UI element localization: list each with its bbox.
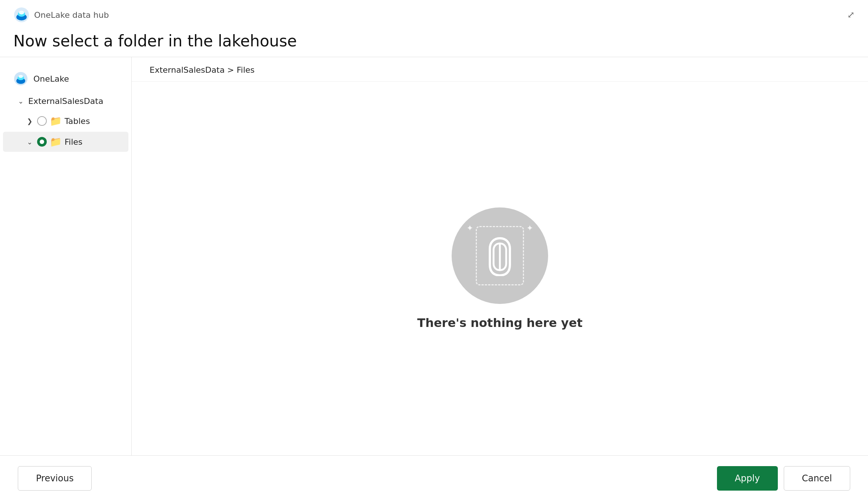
cancel-button[interactable]: Cancel — [784, 466, 850, 491]
page-title: Now select a folder in the lakehouse — [0, 28, 868, 57]
chevron-down-icon: ⌄ — [16, 97, 25, 105]
tables-radio[interactable] — [37, 116, 47, 126]
onelake-logo-icon — [13, 7, 30, 23]
breadcrumb: ExternalSalesData > Files — [132, 57, 868, 82]
empty-state-icon: ✦ ✦ — [452, 207, 548, 304]
content-area: ExternalSalesData > Files ✦ ✦ There's no… — [132, 57, 868, 455]
footer: Previous Apply Cancel — [0, 455, 868, 501]
onelake-root-node: OneLake — [0, 66, 131, 91]
expand-icon[interactable]: ⤢ — [847, 10, 855, 20]
app-name: OneLake data hub — [34, 10, 109, 20]
footer-right: Apply Cancel — [717, 466, 850, 491]
sparkle-icon-tl: ✦ — [466, 223, 473, 233]
svg-point-3 — [19, 11, 24, 14]
previous-button[interactable]: Previous — [18, 466, 92, 491]
sparkle-icon-tr: ✦ — [527, 223, 533, 233]
onelake-root-label: OneLake — [33, 74, 69, 84]
empty-state: ✦ ✦ There's nothing here yet — [132, 82, 868, 455]
svg-point-7 — [19, 75, 23, 78]
apply-button[interactable]: Apply — [717, 466, 778, 491]
main-area: OneLake ⌄ ExternalSalesData ❯ 📁 Tables ⌄… — [0, 57, 868, 455]
tree-item-files[interactable]: ⌄ 📁 Files — [3, 132, 128, 152]
externalsalesdata-label: ExternalSalesData — [28, 96, 103, 106]
sidebar: OneLake ⌄ ExternalSalesData ❯ 📁 Tables ⌄… — [0, 57, 132, 455]
onelake-node-icon — [13, 71, 28, 86]
files-radio[interactable] — [37, 137, 47, 147]
tree-item-externalsalesdata[interactable]: ⌄ ExternalSalesData — [3, 92, 128, 110]
files-label: Files — [65, 137, 82, 147]
tree-item-tables[interactable]: ❯ 📁 Tables — [3, 111, 128, 131]
header: OneLake data hub ⤢ — [0, 0, 868, 28]
tables-label: Tables — [65, 117, 90, 126]
folder-icon-tables: 📁 — [50, 115, 62, 127]
paperclip-icon — [487, 235, 513, 276]
dashed-box: ✦ ✦ — [476, 226, 524, 285]
chevron-down-icon-files: ⌄ — [25, 138, 34, 146]
chevron-right-icon: ❯ — [25, 117, 34, 125]
folder-icon-files: 📁 — [50, 136, 62, 147]
empty-state-text: There's nothing here yet — [417, 316, 582, 330]
header-left: OneLake data hub — [13, 7, 109, 23]
